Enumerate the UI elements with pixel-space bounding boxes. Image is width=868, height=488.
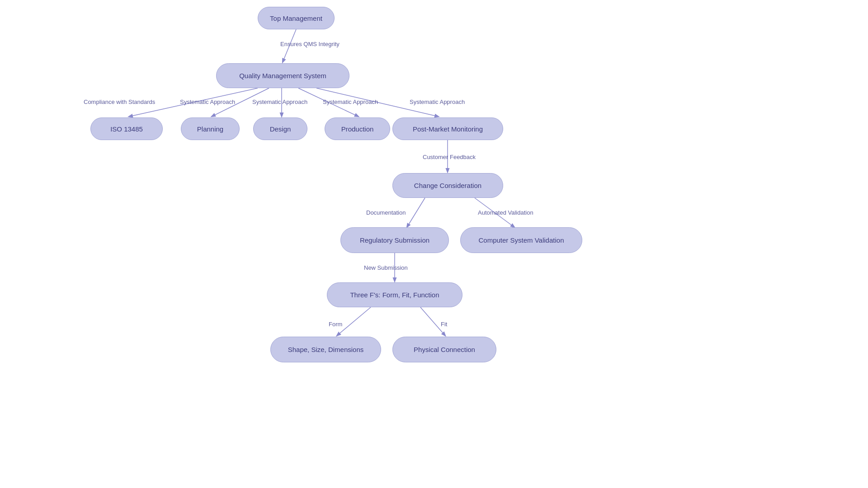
node-change-consideration: Change Consideration — [392, 173, 503, 198]
node-top-management: Top Management — [258, 7, 335, 29]
node-regulatory: Regulatory Submission — [340, 227, 449, 253]
label-sys2: Systematic Approach — [252, 99, 307, 105]
label-sys3: Systematic Approach — [323, 99, 378, 105]
diagram-container: Ensures QMS Integrity Compliance with St… — [0, 0, 868, 488]
node-design: Design — [253, 117, 307, 140]
label-new-submission: New Submission — [364, 264, 408, 271]
node-csv: Computer System Validation — [460, 227, 582, 253]
node-planning: Planning — [181, 117, 240, 140]
label-sys4: Systematic Approach — [410, 99, 465, 105]
node-production: Production — [325, 117, 390, 140]
node-shape: Shape, Size, Dimensions — [270, 337, 381, 362]
label-customer-feedback: Customer Feedback — [423, 154, 476, 160]
svg-line-7 — [407, 198, 425, 227]
label-form: Form — [329, 321, 342, 328]
node-post-market: Post-Market Monitoring — [392, 117, 503, 140]
label-fit: Fit — [441, 321, 447, 328]
node-three-fs: Three F's: Form, Fit, Function — [327, 282, 462, 307]
label-ensures-qms: Ensures QMS Integrity — [280, 41, 340, 47]
label-automated-validation: Automated Validation — [478, 209, 533, 216]
node-physical: Physical Connection — [392, 337, 496, 362]
label-documentation: Documentation — [366, 209, 406, 216]
label-compliance: Compliance with Standards — [84, 99, 155, 105]
node-iso: ISO 13485 — [90, 117, 163, 140]
label-sys1: Systematic Approach — [180, 99, 235, 105]
node-qms: Quality Management System — [216, 63, 349, 88]
